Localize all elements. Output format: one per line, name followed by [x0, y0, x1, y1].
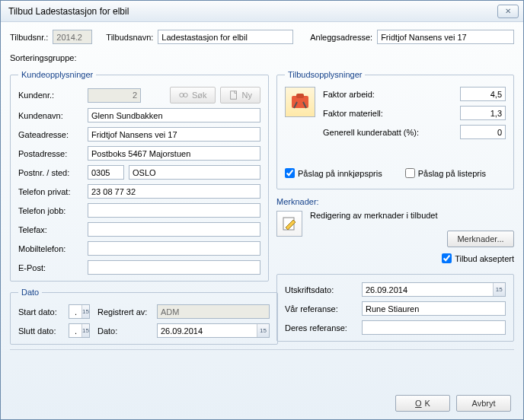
dato-legend: Dato: [18, 288, 42, 297]
tools-icon: [285, 87, 315, 117]
tilbud-legend: Tilbudsopplysninger: [285, 70, 365, 79]
anleggsadresse-field[interactable]: [377, 30, 514, 44]
binoculars-icon: [178, 90, 189, 100]
sluttdato-field[interactable]: 15: [69, 323, 90, 338]
tilbudsnr-label: Tilbudsnr.:: [10, 33, 48, 42]
paslag-liste-checkbox[interactable]: Påslag på listepris: [405, 168, 486, 178]
document-icon: [228, 90, 239, 100]
generell-rabatt-label: Generell kunderabatt (%):: [323, 128, 455, 137]
dato-label: Dato:: [97, 326, 152, 336]
var-ref-field[interactable]: [362, 301, 506, 316]
tilbudsnr-field: [53, 30, 92, 44]
sorteringsgruppe-label: Sorteringsgruppe:: [10, 53, 76, 62]
calendar-icon[interactable]: 15: [81, 305, 89, 318]
note-edit-icon: [276, 211, 302, 237]
svg-point-1: [184, 93, 187, 97]
utskriftsdato-label: Utskriftsdato:: [285, 285, 357, 294]
telefonjobb-label: Telefon jobb:: [18, 206, 83, 215]
kunde-legend: Kundeopplysninger: [18, 70, 96, 79]
dato-field[interactable]: 15: [157, 323, 270, 338]
kundenavn-field[interactable]: [88, 108, 260, 123]
deres-ref-field[interactable]: [362, 320, 506, 335]
telefonjobb-field[interactable]: [88, 203, 260, 218]
tilbud-fieldset: Tilbudsopplysninger Faktor arbeid: Fakto…: [276, 70, 514, 189]
merknader-desc: Redigering av merknader i tilbudet: [310, 211, 514, 220]
close-icon: ✕: [505, 7, 511, 15]
avbryt-button[interactable]: Avbryt: [456, 395, 511, 412]
sted-field[interactable]: [129, 165, 260, 180]
postnr-label: Postnr. / sted:: [18, 168, 83, 177]
footer-separator: [10, 349, 514, 350]
telefax-label: Telefax:: [18, 225, 83, 234]
generell-rabatt-field[interactable]: [460, 125, 506, 139]
calendar-icon[interactable]: 15: [493, 283, 505, 296]
kundenavn-label: Kundenavn:: [18, 111, 83, 120]
startdato-field[interactable]: 15: [69, 304, 90, 319]
epost-label: E-Post:: [18, 263, 83, 272]
mobil-field[interactable]: [88, 241, 260, 256]
merknader-section: Merknader: Redigering av merknader i til…: [276, 197, 514, 263]
postnr-field[interactable]: [88, 165, 124, 180]
startdato-label: Start dato:: [18, 307, 64, 317]
mobil-label: Mobiltelefon:: [18, 244, 83, 253]
telefonpriv-field[interactable]: [88, 184, 260, 199]
ny-button: Ny: [220, 87, 260, 103]
faktor-arbeid-field[interactable]: [460, 87, 506, 101]
close-button[interactable]: ✕: [497, 5, 519, 18]
sluttdato-label: Slutt dato:: [18, 326, 64, 336]
svg-rect-4: [296, 94, 304, 98]
gateadresse-label: Gateadresse:: [18, 130, 83, 139]
svg-point-0: [180, 93, 184, 97]
paslag-innkjop-checkbox[interactable]: Påslag på innkjøpspris: [285, 168, 382, 178]
dialog-window: Tilbud Ladestastasjon for elbil ✕ Tilbud…: [0, 0, 524, 420]
kunde-fieldset: Kundeopplysninger Kundenr.: Søk Ny: [10, 70, 269, 282]
telefonpriv-label: Telefon privat:: [18, 187, 83, 196]
postadresse-label: Postadresse:: [18, 149, 83, 158]
dato-fieldset: Dato Start dato: 15 Slutt dato:: [10, 288, 278, 345]
tilbud-akseptert-checkbox[interactable]: Tilbud akseptert: [442, 253, 514, 263]
titlebar: Tilbud Ladestastasjon for elbil ✕: [1, 1, 523, 22]
tilbudsnavn-field[interactable]: [158, 30, 293, 44]
kundenr-label: Kundenr.:: [18, 91, 83, 100]
telefax-field[interactable]: [88, 222, 260, 237]
var-ref-label: Vår referanse:: [285, 304, 357, 313]
registrert-field: [157, 304, 270, 319]
gateadresse-field[interactable]: [88, 127, 260, 142]
tilbudsnavn-label: Tilbudsnavn:: [106, 33, 153, 42]
utskriftsdato-field[interactable]: 15: [362, 282, 506, 297]
utskrift-fieldset: Utskriftsdato: 15 Vår referanse: Deres r…: [276, 274, 514, 342]
deres-ref-label: Deres referanse:: [285, 323, 357, 332]
window-title: Tilbud Ladestastasjon for elbil: [8, 6, 497, 17]
merknader-legend: Merknader:: [276, 197, 514, 206]
merknader-button[interactable]: Merknader...: [447, 231, 514, 247]
ok-button[interactable]: OK: [395, 395, 450, 412]
anleggsadresse-label: Anleggsadresse:: [310, 33, 372, 42]
faktor-arbeid-label: Faktor arbeid:: [323, 90, 455, 99]
faktor-materiell-field[interactable]: [460, 106, 506, 120]
calendar-icon[interactable]: 15: [81, 324, 89, 337]
calendar-icon[interactable]: 15: [257, 324, 269, 337]
epost-field[interactable]: [88, 260, 260, 275]
kundenr-field: [88, 88, 141, 103]
sok-button: Søk: [170, 87, 216, 103]
registrert-label: Registrert av:: [97, 307, 152, 317]
svg-rect-2: [230, 91, 236, 100]
postadresse-field[interactable]: [88, 146, 260, 161]
faktor-materiell-label: Faktor materiell:: [323, 109, 455, 118]
